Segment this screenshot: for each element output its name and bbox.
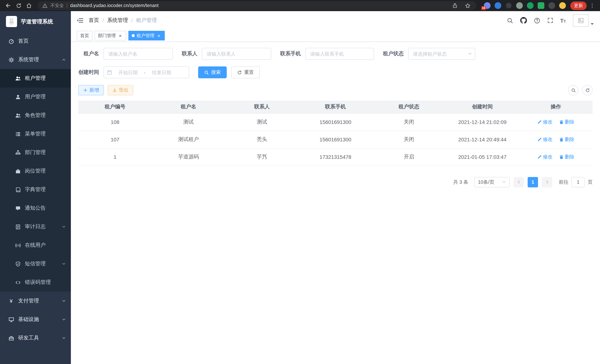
back-icon[interactable] bbox=[4, 1, 13, 10]
next-page-button[interactable] bbox=[542, 177, 552, 187]
logo[interactable]: 芋道管理系统 bbox=[0, 11, 71, 32]
sidebar-item-infra[interactable]: 基础设施 bbox=[0, 310, 71, 329]
extension-icon-2[interactable] bbox=[495, 2, 501, 9]
home-icon[interactable] bbox=[25, 1, 33, 10]
extension-icon-3[interactable] bbox=[505, 2, 512, 9]
delete-link[interactable]: 删除 bbox=[559, 136, 574, 143]
contact-input[interactable] bbox=[202, 48, 271, 60]
extension-icon-5[interactable] bbox=[527, 2, 534, 9]
gear-icon bbox=[8, 57, 14, 63]
status-select-input[interactable] bbox=[408, 48, 475, 60]
delete-link[interactable]: 删除 bbox=[559, 119, 574, 125]
extension-icon-1[interactable]: 10 bbox=[484, 2, 490, 9]
create-time-label: 创建时间 bbox=[78, 69, 99, 76]
col-phone: 联系手机 bbox=[299, 101, 372, 113]
phone-input[interactable] bbox=[305, 48, 374, 60]
sidebar-item-notice[interactable]: 通知公告 bbox=[0, 199, 71, 217]
tab-dept[interactable]: 部门管理 × bbox=[95, 31, 126, 40]
broadcast-icon bbox=[15, 242, 21, 248]
header-search-icon[interactable] bbox=[507, 17, 513, 24]
fullscreen-icon[interactable] bbox=[547, 18, 553, 23]
table-row: 107 测试租户 秃头 15601691300 关闭 2021-12-14 20… bbox=[78, 131, 593, 148]
logo-avatar bbox=[6, 16, 17, 27]
edit-link[interactable]: 修改 bbox=[537, 119, 553, 125]
sidebar-item-user[interactable]: 用户管理 bbox=[0, 88, 71, 106]
add-button[interactable]: 新增 bbox=[78, 85, 104, 95]
sidebar-item-dev-tools[interactable]: 研发工具 bbox=[0, 329, 71, 347]
share-icon[interactable] bbox=[450, 1, 459, 10]
status-label: 租户状态 bbox=[383, 50, 404, 57]
prev-page-button[interactable] bbox=[514, 177, 524, 187]
export-button[interactable]: 导出 bbox=[108, 85, 133, 95]
start-date-input[interactable] bbox=[113, 70, 142, 75]
status-text: 关闭 bbox=[372, 113, 446, 131]
col-tenant-name: 租户名 bbox=[152, 101, 225, 113]
help-icon[interactable] bbox=[534, 17, 540, 24]
sidebar-item-role[interactable]: 角色管理 bbox=[0, 106, 71, 125]
tenant-name-input[interactable] bbox=[103, 48, 173, 60]
profile-avatar-icon[interactable] bbox=[559, 2, 566, 9]
breadcrumb-system[interactable]: 系统管理 bbox=[107, 17, 128, 24]
close-icon[interactable]: × bbox=[118, 33, 123, 38]
status-select[interactable] bbox=[408, 48, 475, 60]
close-icon[interactable]: × bbox=[156, 33, 161, 38]
tenant-table: 租户编号 租户名 联系人 联系手机 租户状态 创建时间 操作 108 测试 bbox=[78, 101, 593, 166]
sidebar-item-dept[interactable]: 部门管理 bbox=[0, 143, 71, 162]
end-date-input[interactable] bbox=[147, 70, 176, 75]
sidebar-item-audit-log[interactable]: 审计日志 bbox=[0, 217, 71, 236]
tab-home[interactable]: 首页 bbox=[77, 31, 92, 40]
reload-icon[interactable] bbox=[14, 1, 23, 10]
url-text[interactable]: dashboard.yudao.iocoder.cn/system/tenant bbox=[70, 3, 448, 8]
reset-button[interactable]: 重置 bbox=[231, 66, 260, 78]
sidebar-item-error-code[interactable]: 错误码管理 bbox=[0, 273, 71, 292]
warning-icon bbox=[42, 3, 47, 8]
refresh-button[interactable] bbox=[582, 85, 593, 95]
toggle-search-button[interactable] bbox=[568, 85, 579, 95]
sidebar-item-dict[interactable]: 字典管理 bbox=[0, 180, 71, 199]
page-unit-label: 页 bbox=[588, 179, 593, 185]
sidebar-item-system[interactable]: 系统管理 bbox=[0, 50, 71, 69]
edit-link[interactable]: 修改 bbox=[537, 136, 553, 143]
breadcrumb-separator: / bbox=[103, 18, 104, 23]
search-button[interactable]: 搜索 bbox=[198, 66, 227, 78]
bookmark-star-icon[interactable] bbox=[463, 1, 472, 10]
sidebar-item-home[interactable]: 首页 bbox=[0, 32, 71, 50]
page-number-1[interactable]: 1 bbox=[528, 177, 538, 187]
sidebar-item-menu[interactable]: 菜单管理 bbox=[0, 125, 71, 143]
update-button[interactable]: 更新 bbox=[570, 1, 587, 10]
breadcrumb-home[interactable]: 首页 bbox=[89, 17, 99, 24]
book-icon bbox=[15, 187, 21, 193]
delete-link[interactable]: 删除 bbox=[559, 153, 574, 160]
date-range-picker[interactable]: - bbox=[103, 66, 189, 78]
user-icon bbox=[15, 94, 21, 100]
roles-icon bbox=[15, 112, 21, 118]
sidebar-item-sms[interactable]: 短信管理 bbox=[0, 254, 71, 273]
security-label[interactable]: 不安全 bbox=[50, 2, 64, 9]
col-actions: 操作 bbox=[519, 101, 593, 113]
sidebar-item-tenant[interactable]: 租户管理 bbox=[0, 69, 71, 88]
browser-menu-icon[interactable]: ⋮ bbox=[588, 3, 596, 9]
sidebar-toggle-icon[interactable] bbox=[77, 17, 84, 24]
tab-tenant[interactable]: 租户管理 × bbox=[128, 31, 165, 40]
extension-badge: 10 bbox=[481, 6, 486, 10]
sidebar: 芋道管理系统 首页 系统管理 bbox=[0, 11, 71, 364]
page-size-select[interactable]: 10条/页 bbox=[474, 177, 510, 187]
extension-icon-4[interactable] bbox=[516, 2, 523, 9]
github-icon[interactable] bbox=[520, 17, 527, 24]
code-icon bbox=[15, 280, 21, 285]
edit-link[interactable]: 修改 bbox=[537, 153, 553, 160]
font-size-icon[interactable]: TT bbox=[560, 18, 566, 23]
address-divider bbox=[67, 3, 67, 8]
user-menu[interactable] bbox=[573, 14, 594, 27]
sidebar-item-post[interactable]: 岗位管理 bbox=[0, 162, 71, 180]
puzzle-icon[interactable] bbox=[548, 2, 555, 9]
address-bar[interactable]: 不安全 dashboard.yudao.iocoder.cn/system/te… bbox=[38, 1, 477, 10]
sidebar-item-online-user[interactable]: 在线用户 bbox=[0, 236, 71, 254]
contact-label: 联系人 bbox=[182, 50, 197, 57]
app-title: 芋道管理系统 bbox=[21, 18, 53, 25]
goto-page-input[interactable] bbox=[572, 177, 585, 187]
extension-icon-6[interactable] bbox=[538, 2, 544, 9]
active-dot bbox=[132, 34, 135, 37]
list-icon bbox=[15, 131, 21, 137]
sidebar-item-payment[interactable]: ¥ 支付管理 bbox=[0, 292, 71, 310]
